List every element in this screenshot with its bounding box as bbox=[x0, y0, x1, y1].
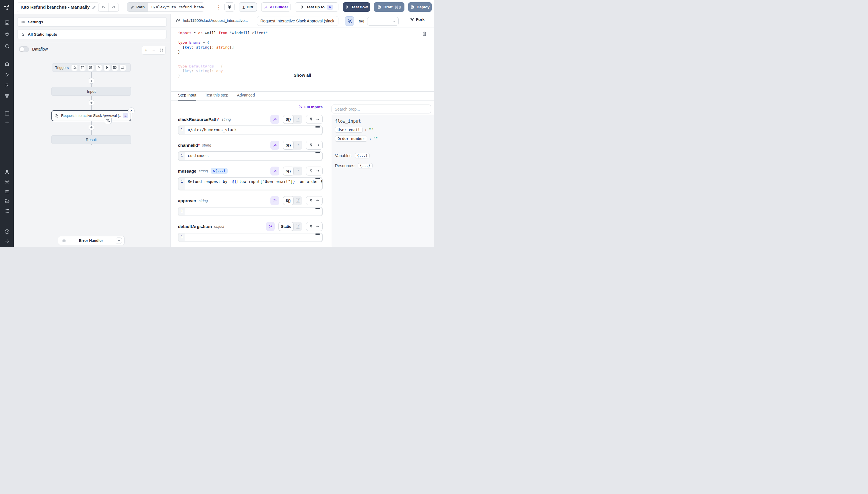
undo-button[interactable] bbox=[98, 3, 108, 12]
sidebar-star-icon[interactable] bbox=[3, 31, 10, 38]
show-all-code-button[interactable]: Show all bbox=[171, 73, 434, 78]
sidebar-logs-icon[interactable] bbox=[3, 207, 10, 214]
trigger-plug-icon[interactable] bbox=[95, 64, 102, 71]
sidebar-dollar-icon[interactable] bbox=[3, 82, 10, 89]
result-node[interactable]: Result bbox=[52, 135, 131, 144]
resources-expand-pill[interactable]: {...} bbox=[358, 163, 373, 168]
insert-arrow-icon[interactable] bbox=[314, 141, 321, 149]
static-mode-button[interactable]: Static bbox=[278, 222, 294, 231]
zoom-in-button[interactable]: + bbox=[142, 46, 150, 54]
field-editor-slackResourcePath[interactable]: 1u/alex/humorous_slack bbox=[178, 126, 323, 135]
expr-mode-button[interactable]: ${} bbox=[283, 167, 294, 175]
path-button[interactable]: Path bbox=[127, 3, 148, 12]
suspend-approval-icon[interactable] bbox=[104, 116, 112, 124]
mode-toggle-group: ${}f bbox=[283, 115, 302, 124]
insert-arrow-icon[interactable] bbox=[314, 196, 321, 205]
flow-settings-button[interactable]: Settings bbox=[17, 17, 167, 27]
fit-view-button[interactable] bbox=[158, 46, 165, 54]
field-editor-approver[interactable]: 1 bbox=[178, 207, 323, 216]
plug-connect-icon[interactable] bbox=[308, 196, 314, 205]
diff-button[interactable]: ±Diff bbox=[239, 2, 257, 12]
add-error-handler-button[interactable] bbox=[116, 238, 122, 244]
field-label: slackResourcePath* bbox=[178, 117, 219, 122]
ai-fill-field-button[interactable] bbox=[270, 115, 279, 124]
sidebar-boxes-icon[interactable] bbox=[3, 93, 10, 99]
prop-key-pill[interactable]: Order number bbox=[335, 136, 367, 141]
trigger-kafka-icon[interactable] bbox=[103, 64, 110, 71]
insert-arrow-icon[interactable] bbox=[314, 222, 321, 231]
plug-connect-icon[interactable] bbox=[308, 141, 314, 149]
dataflow-toggle[interactable] bbox=[19, 46, 29, 52]
expr-mode-button[interactable]: ${} bbox=[283, 141, 294, 150]
trigger-webhook-icon[interactable] bbox=[71, 64, 78, 71]
sidebar-arrow-right-icon[interactable] bbox=[3, 238, 10, 244]
tag-select[interactable] bbox=[367, 17, 399, 25]
test-up-to-button[interactable]: Test up to a bbox=[295, 2, 338, 12]
sidebar-help-icon[interactable] bbox=[3, 228, 10, 235]
ai-fill-field-button[interactable] bbox=[270, 196, 279, 205]
sidebar-workspace-icon[interactable] bbox=[3, 19, 10, 26]
copy-code-icon[interactable] bbox=[422, 31, 427, 37]
redo-button[interactable] bbox=[108, 3, 119, 12]
test-flow-button[interactable]: Test flow bbox=[343, 2, 370, 12]
function-mode-button[interactable]: f bbox=[294, 198, 302, 203]
sidebar-search-icon[interactable] bbox=[3, 42, 10, 50]
field-editor-defaultArgsJson[interactable]: 1 bbox=[178, 233, 323, 242]
expr-mode-button[interactable]: ${} bbox=[283, 196, 294, 205]
tab-advanced[interactable]: Advanced bbox=[237, 93, 255, 100]
fill-inputs-button[interactable]: Fill inputs bbox=[298, 105, 323, 109]
deploy-button[interactable]: Deploy bbox=[408, 2, 432, 12]
more-menu-button[interactable]: ⋮ bbox=[215, 2, 223, 12]
step-node-slack-approval[interactable]: Request Interactive Slack Approval (... … bbox=[52, 110, 131, 121]
add-step-button[interactable] bbox=[89, 125, 94, 130]
path-input[interactable]: u/alex/tuto_refund_branches_ bbox=[148, 3, 204, 12]
field-editor-channelId[interactable]: 1customers bbox=[178, 151, 323, 161]
expr-mode-button[interactable]: ${} bbox=[283, 115, 294, 124]
all-static-inputs-button[interactable]: All Static Inputs bbox=[17, 30, 167, 39]
function-mode-button[interactable]: f bbox=[294, 117, 302, 121]
ai-fill-field-button[interactable] bbox=[266, 222, 275, 231]
input-node[interactable]: Input bbox=[52, 87, 131, 96]
sidebar-home-icon[interactable] bbox=[3, 61, 10, 68]
docs-button[interactable] bbox=[224, 2, 235, 12]
plug-connect-icon[interactable] bbox=[308, 115, 314, 124]
ai-fill-field-button[interactable] bbox=[270, 167, 279, 175]
plug-connect-icon[interactable] bbox=[308, 222, 314, 231]
sidebar-robot-icon[interactable] bbox=[3, 188, 10, 195]
error-handler-node[interactable]: Error Handler bbox=[58, 236, 124, 245]
sidebar-user-icon[interactable] bbox=[3, 168, 10, 175]
ai-fill-field-button[interactable] bbox=[270, 141, 279, 150]
trigger-mail-icon[interactable] bbox=[111, 64, 118, 71]
function-mode-button[interactable]: f bbox=[294, 169, 302, 173]
sidebar-plus-icon[interactable] bbox=[3, 119, 10, 126]
trigger-poll-icon[interactable] bbox=[119, 64, 126, 71]
windmill-logo-icon[interactable] bbox=[0, 0, 14, 14]
sidebar-gear-icon[interactable] bbox=[3, 178, 10, 185]
trigger-calendar-icon[interactable] bbox=[79, 64, 86, 71]
draft-button[interactable]: Draft ⌘S bbox=[374, 2, 405, 12]
add-step-button[interactable] bbox=[89, 78, 94, 83]
tab-step-input[interactable]: Step Input bbox=[178, 93, 196, 100]
fork-button[interactable]: Fork bbox=[410, 17, 425, 22]
variables-expand-pill[interactable]: {...} bbox=[355, 153, 370, 158]
sidebar-folder-icon[interactable] bbox=[3, 197, 10, 205]
add-step-button[interactable] bbox=[89, 100, 94, 106]
search-prop-input[interactable] bbox=[332, 104, 431, 113]
function-mode-button[interactable]: f bbox=[294, 224, 302, 229]
suspend-approval-button[interactable] bbox=[345, 16, 354, 26]
insert-arrow-icon[interactable] bbox=[314, 167, 321, 175]
field-editor-message[interactable]: 1Refund request by _${flow_input["User e… bbox=[178, 177, 323, 190]
trigger-route-icon[interactable] bbox=[87, 64, 94, 71]
function-mode-button[interactable]: f bbox=[294, 143, 302, 147]
prop-key-pill[interactable]: User email bbox=[335, 127, 362, 133]
delete-step-button[interactable]: ✕ bbox=[128, 108, 135, 114]
zoom-out-button[interactable]: − bbox=[150, 46, 158, 54]
script-title-input[interactable]: Request Interactive Slack Approval (slac… bbox=[257, 16, 338, 26]
sidebar-play-icon[interactable] bbox=[3, 71, 10, 78]
edit-title-pencil-icon[interactable] bbox=[92, 5, 96, 10]
plug-connect-icon[interactable] bbox=[308, 167, 314, 175]
tab-test-this-step[interactable]: Test this step bbox=[205, 93, 229, 100]
sidebar-calendar-icon[interactable] bbox=[3, 110, 10, 117]
ai-builder-button[interactable]: AI Builder bbox=[261, 2, 291, 12]
insert-arrow-icon[interactable] bbox=[314, 115, 321, 124]
